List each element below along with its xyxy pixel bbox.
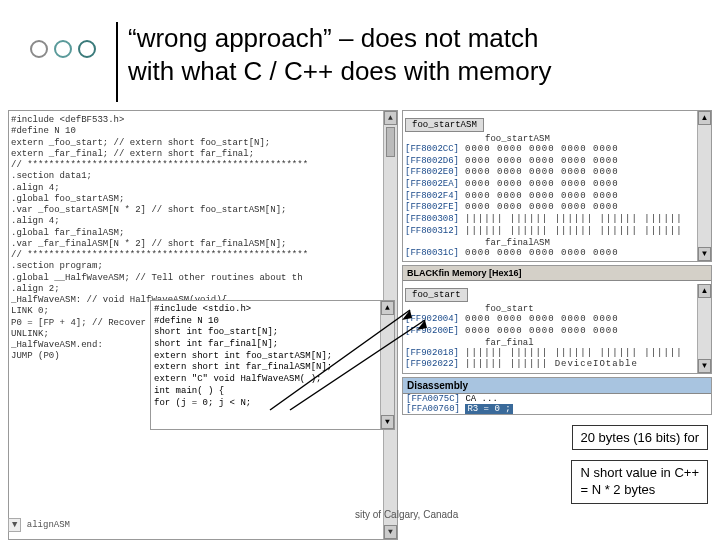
memory-row: [FF902018]|||||| |||||| |||||| |||||| ||… — [405, 348, 709, 360]
disasm-row: [FFA00760] R3 = 0 ; — [403, 404, 711, 414]
memory-row: [FF80031C]0000 0000 0000 0000 0000 — [405, 248, 709, 260]
code-line: .var _far_finalASM[N * 2] // short far_f… — [11, 239, 395, 250]
memory-label: far_final — [405, 338, 709, 348]
dropdown-icon[interactable]: ▼ — [8, 518, 21, 532]
code-line: extern short int foo_startASM[N]; — [154, 351, 391, 363]
code-line: .section data1; — [11, 171, 395, 182]
scroll-down-icon[interactable]: ▼ — [698, 359, 711, 373]
code-line: #include <stdio.h> — [154, 304, 391, 316]
memory-row: [FF902004]0000 0000 0000 0000 0000 — [405, 314, 709, 326]
dot-icon — [54, 40, 72, 58]
code-line: .align 4; — [11, 216, 395, 227]
code-line: int main( ) { — [154, 386, 391, 398]
memory-pane-1: foo_startASM foo_startASM [FF8002CC]0000… — [402, 110, 712, 262]
dot-icon — [78, 40, 96, 58]
divider — [116, 22, 118, 102]
status-bar: ▼ alignASM — [8, 518, 70, 532]
code-line: extern "C" void HalfWaveASM( ); — [154, 374, 391, 386]
memory-row: [FF8002F4]0000 0000 0000 0000 0000 — [405, 191, 709, 203]
scroll-up-icon[interactable]: ▲ — [384, 111, 397, 125]
code-line: // *************************************… — [11, 250, 395, 261]
memory-row: [FF8002D6]0000 0000 0000 0000 0000 — [405, 156, 709, 168]
title-line-1: “wrong approach” – does not match — [128, 22, 551, 55]
memory-tab[interactable]: foo_start — [405, 288, 468, 302]
code-line: #define N 10 — [11, 126, 395, 137]
callout-bytes: 20 bytes (16 bits) for — [572, 425, 709, 450]
callout-text: 20 bytes (16 bits) for — [581, 430, 700, 445]
status-label: alignASM — [27, 520, 70, 530]
callout-text: N short value in C++ — [580, 465, 699, 482]
code-line: .global far_finalASM; — [11, 228, 395, 239]
code-line: .align 4; — [11, 183, 395, 194]
code-line: .global foo_startASM; — [11, 194, 395, 205]
pane-title: Disassembly — [403, 378, 711, 394]
title-line-2: with what C / C++ does with memory — [128, 55, 551, 88]
slide-header: “wrong approach” – does not match with w… — [30, 22, 551, 102]
memory-row: [FF800312]|||||| |||||| |||||| |||||| ||… — [405, 226, 709, 238]
code-line: // *************************************… — [11, 160, 395, 171]
code-line: #define N 10 — [154, 316, 391, 328]
disassembly-pane: Disassembly [FFA0075C] CA ... [FFA00760]… — [402, 377, 712, 415]
code-line: .var _foo_startASM[N * 2] // short foo_s… — [11, 205, 395, 216]
dot-icon — [30, 40, 48, 58]
code-line: short int far_final[N]; — [154, 339, 391, 351]
scroll-up-icon[interactable]: ▲ — [698, 111, 711, 125]
pane-title: BLACKfin Memory [Hex16] — [403, 266, 711, 281]
footer-text: sity of Calgary, Canada — [355, 509, 458, 520]
memory-label: far_finalASM — [405, 238, 709, 248]
slide-title: “wrong approach” – does not match with w… — [128, 22, 551, 87]
memory-pane-2: BLACKfin Memory [Hex16] foo_start foo_st… — [402, 265, 712, 374]
scroll-up-icon[interactable]: ▲ — [381, 301, 394, 315]
memory-tab[interactable]: foo_startASM — [405, 118, 484, 132]
c-source-pane: #include <stdio.h> #define N 10 short in… — [150, 300, 395, 430]
scroll-down-icon[interactable]: ▼ — [381, 415, 394, 429]
scroll-down-icon[interactable]: ▼ — [698, 247, 711, 261]
code-line: extern short int far_finalASM[N]; — [154, 362, 391, 374]
memory-row: [FF8002CC]0000 0000 0000 0000 0000 — [405, 144, 709, 156]
scrollbar[interactable]: ▲ ▼ — [697, 111, 711, 261]
scrollbar[interactable]: ▲ ▼ — [380, 301, 394, 429]
scroll-down-icon[interactable]: ▼ — [384, 525, 397, 539]
memory-row: [FF8002FE]0000 0000 0000 0000 0000 — [405, 202, 709, 214]
memory-row: [FF8002E0]0000 0000 0000 0000 0000 — [405, 167, 709, 179]
code-line: extern _far_final; // extern short far_f… — [11, 149, 395, 160]
code-line: #include <defBF533.h> — [11, 115, 395, 126]
code-line: .align 2; — [11, 284, 395, 295]
memory-label: foo_startASM — [405, 134, 709, 144]
code-line: .section program; — [11, 261, 395, 272]
code-line: short int foo_start[N]; — [154, 327, 391, 339]
code-line: for (j = 0; j < N; — [154, 398, 391, 410]
memory-row: [FF90200E]0000 0000 0000 0000 0000 — [405, 326, 709, 338]
memory-row: [FF8002EA]0000 0000 0000 0000 0000 — [405, 179, 709, 191]
scroll-thumb[interactable] — [386, 127, 395, 157]
disasm-row: [FFA0075C] CA ... — [403, 394, 711, 404]
callout-text: = N * 2 bytes — [580, 482, 699, 499]
scrollbar[interactable]: ▲ ▼ — [697, 284, 711, 373]
memory-label: foo_start — [405, 304, 709, 314]
decorative-dots — [30, 40, 96, 58]
memory-row: [FF800308]|||||| |||||| |||||| |||||| ||… — [405, 214, 709, 226]
code-line: .global __HalfWaveASM; // Tell other rou… — [11, 273, 395, 284]
scroll-up-icon[interactable]: ▲ — [698, 284, 711, 298]
memory-row: [FF902022]|||||| |||||| DeviceIOtable — [405, 359, 709, 371]
code-line: extern _foo_start; // extern short foo_s… — [11, 138, 395, 149]
callout-formula: N short value in C++ = N * 2 bytes — [571, 460, 708, 504]
